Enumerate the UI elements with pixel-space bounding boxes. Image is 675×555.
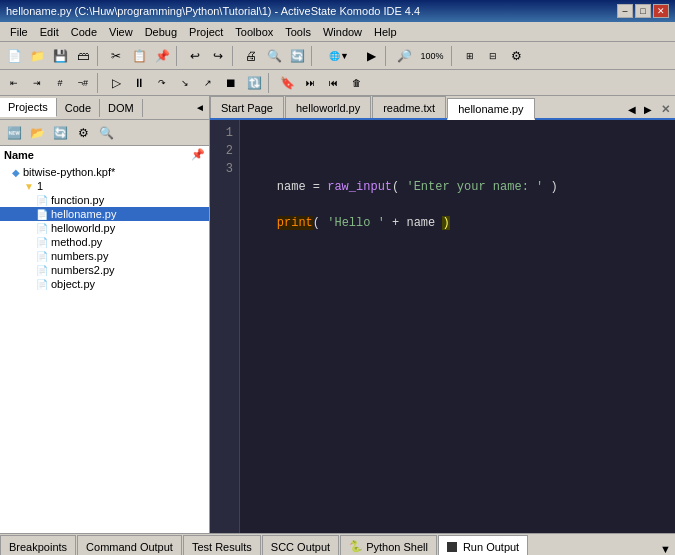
menu-view[interactable]: View [103, 24, 139, 40]
line-num-3: 3 [216, 160, 233, 178]
tab-next-arrow[interactable]: ▶ [640, 102, 656, 117]
code-line-2: name = raw_input( 'Enter your name: ' ) [248, 178, 667, 196]
debug-restart[interactable]: 🔃 [243, 72, 265, 94]
separator [385, 46, 390, 66]
menu-edit[interactable]: Edit [34, 24, 65, 40]
paste-button[interactable]: 📌 [151, 45, 173, 67]
tree-item-numbers-py[interactable]: 📄 numbers.py [0, 249, 209, 263]
tab-test-results[interactable]: Test Results [183, 535, 261, 555]
copy-button[interactable]: 📋 [128, 45, 150, 67]
save-all-button[interactable]: 🗃 [72, 45, 94, 67]
bookmark-prev[interactable]: ⏮ [322, 72, 344, 94]
menu-help[interactable]: Help [368, 24, 403, 40]
tab-command-output[interactable]: Command Output [77, 535, 182, 555]
tree-item-folder[interactable]: ▼ 1 [0, 179, 209, 193]
separator [268, 73, 273, 93]
zoom-btn[interactable]: 100% [416, 45, 448, 67]
folder-icon: ▼ [24, 181, 34, 192]
tab-code[interactable]: Code [57, 99, 100, 117]
project-search[interactable]: 🔍 [95, 122, 117, 144]
left-toolbar: 🆕 📂 🔄 ⚙ 🔍 [0, 120, 209, 146]
close-button[interactable]: ✕ [653, 4, 669, 18]
tree-item-method-py[interactable]: 📄 method.py [0, 235, 209, 249]
extra-btn[interactable]: ⚙ [505, 45, 527, 67]
indent-btn[interactable]: ⇤ [3, 72, 25, 94]
tab-python-shell[interactable]: 🐍 Python Shell [340, 535, 437, 555]
window-controls: – □ ✕ [617, 4, 669, 18]
file-tree: ◆ bitwise-python.kpf* ▼ 1 📄 function.py … [0, 163, 209, 533]
tab-readme-txt[interactable]: readme.txt [372, 96, 446, 118]
save-button[interactable]: 💾 [49, 45, 71, 67]
debug-stepout[interactable]: ↗ [197, 72, 219, 94]
project-refresh[interactable]: 🔄 [49, 122, 71, 144]
menu-file[interactable]: File [4, 24, 34, 40]
tree-item-function-py[interactable]: 📄 function.py [0, 193, 209, 207]
tab-run-output[interactable]: Run Output [438, 535, 528, 555]
open-button[interactable]: 📁 [26, 45, 48, 67]
comment-btn[interactable]: # [49, 72, 71, 94]
left-panel-collapse[interactable]: ◄ [191, 100, 209, 115]
python-file-icon: 📄 [36, 223, 48, 234]
tab-helloworld-py[interactable]: helloworld.py [285, 96, 371, 118]
terminal-btn[interactable]: ⊟ [482, 45, 504, 67]
tree-item-numbers2-py[interactable]: 📄 numbers2.py [0, 263, 209, 277]
code-area[interactable]: 1 2 3 name = raw_input( 'Enter your name… [210, 120, 675, 533]
debug-stop[interactable]: ⏹ [220, 72, 242, 94]
tab-scc-output[interactable]: SCC Output [262, 535, 339, 555]
replace-button[interactable]: 🔄 [286, 45, 308, 67]
browser-btn[interactable]: 🌐▼ [319, 45, 359, 67]
cut-button[interactable]: ✂ [105, 45, 127, 67]
tree-item-helloname-py[interactable]: 📄 helloname.py [0, 207, 209, 221]
bookmark-toggle[interactable]: 🔖 [276, 72, 298, 94]
tree-item-helloworld-py[interactable]: 📄 helloworld.py [0, 221, 209, 235]
debug-stepinto[interactable]: ↘ [174, 72, 196, 94]
new-button[interactable]: 📄 [3, 45, 25, 67]
tab-prev-arrow[interactable]: ◀ [624, 102, 640, 117]
python-file-icon: 📄 [36, 279, 48, 290]
project-settings[interactable]: ⚙ [72, 122, 94, 144]
project-new[interactable]: 🆕 [3, 122, 25, 144]
run-btn[interactable]: ▶ [360, 45, 382, 67]
code-content[interactable]: name = raw_input( 'Enter your name: ' ) … [240, 120, 675, 533]
split-btn[interactable]: ⊞ [459, 45, 481, 67]
python-file-icon: 📄 [36, 251, 48, 262]
menu-code[interactable]: Code [65, 24, 103, 40]
titlebar: helloname.py (C:\Huw\programming\Python\… [0, 0, 675, 22]
separator [232, 46, 237, 66]
bottom-panel-collapse[interactable]: ▼ [656, 541, 675, 555]
bookmark-next[interactable]: ⏭ [299, 72, 321, 94]
tab-breakpoints[interactable]: Breakpoints [0, 535, 76, 555]
tab-start-page[interactable]: Start Page [210, 96, 284, 118]
line-num-1: 1 [216, 124, 233, 142]
undo-button[interactable]: ↩ [184, 45, 206, 67]
tab-helloname-py-active[interactable]: helloname.py [447, 98, 534, 120]
menubar: File Edit Code View Debug Project Toolbo… [0, 22, 675, 42]
print-button[interactable]: 🖨 [240, 45, 262, 67]
bookmark-clear[interactable]: 🗑 [345, 72, 367, 94]
bottom-tabs: Breakpoints Command Output Test Results … [0, 534, 675, 555]
outdent-btn[interactable]: ⇥ [26, 72, 48, 94]
tab-dom[interactable]: DOM [100, 99, 143, 117]
debug-stepover[interactable]: ↷ [151, 72, 173, 94]
debug-pause-btn[interactable]: ⏸ [128, 72, 150, 94]
tab-close-button[interactable]: ✕ [656, 101, 675, 118]
titlebar-title: helloname.py (C:\Huw\programming\Python\… [6, 5, 420, 17]
minimize-button[interactable]: – [617, 4, 633, 18]
debug-run-btn[interactable]: ▷ [105, 72, 127, 94]
menu-project[interactable]: Project [183, 24, 229, 40]
tab-projects[interactable]: Projects [0, 98, 57, 117]
maximize-button[interactable]: □ [635, 4, 651, 18]
menu-debug[interactable]: Debug [139, 24, 183, 40]
menu-window[interactable]: Window [317, 24, 368, 40]
project-open[interactable]: 📂 [26, 122, 48, 144]
menu-tools[interactable]: Tools [279, 24, 317, 40]
menu-toolbox[interactable]: Toolbox [229, 24, 279, 40]
zoom-in[interactable]: 🔎 [393, 45, 415, 67]
python-file-active-icon: 📄 [36, 209, 48, 220]
find-button[interactable]: 🔍 [263, 45, 285, 67]
tree-item-project[interactable]: ◆ bitwise-python.kpf* [0, 165, 209, 179]
tree-item-object-py[interactable]: 📄 object.py [0, 277, 209, 291]
uncomment-btn[interactable]: ¬# [72, 72, 94, 94]
editor-tabs: Start Page helloworld.py readme.txt hell… [210, 96, 675, 120]
redo-button[interactable]: ↪ [207, 45, 229, 67]
